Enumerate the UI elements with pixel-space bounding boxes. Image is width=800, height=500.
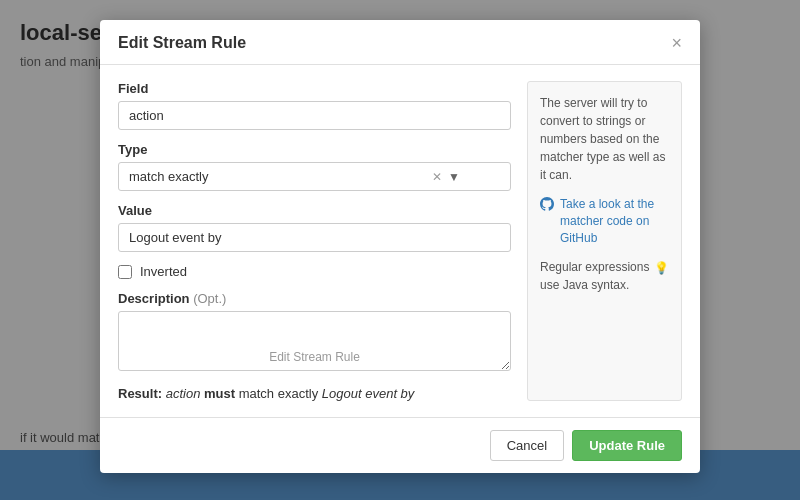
description-textarea[interactable] [118, 311, 511, 371]
modal-header: Edit Stream Rule × [100, 20, 700, 65]
inverted-group: Inverted [118, 264, 511, 279]
github-link-text: Take a look at the matcher code on GitHu… [560, 196, 669, 246]
modal-close-button[interactable]: × [671, 34, 682, 52]
cancel-button[interactable]: Cancel [490, 430, 564, 461]
form-section: Field Type match exactly ✕ ▼ Value [118, 81, 511, 401]
field-group: Field [118, 81, 511, 130]
value-group: Value [118, 203, 511, 252]
result-must: must [204, 386, 235, 401]
github-link[interactable]: Take a look at the matcher code on GitHu… [540, 196, 669, 246]
result-field: action [166, 386, 201, 401]
result-type: match exactly [239, 386, 318, 401]
inverted-checkbox[interactable] [118, 265, 132, 279]
info-description: The server will try to convert to string… [540, 94, 669, 184]
type-group: Type match exactly ✕ ▼ [118, 142, 511, 191]
inverted-label[interactable]: Inverted [140, 264, 187, 279]
update-rule-button[interactable]: Update Rule [572, 430, 682, 461]
modal-body: Field Type match exactly ✕ ▼ Value [100, 65, 700, 417]
info-panel: The server will try to convert to string… [527, 81, 682, 401]
type-select[interactable]: match exactly ✕ ▼ [118, 162, 511, 191]
field-input[interactable] [118, 101, 511, 130]
description-group: Description (Opt.) Edit Stream Rule [118, 291, 511, 374]
type-label: Type [118, 142, 511, 157]
github-icon [540, 197, 554, 216]
edit-stream-rule-modal: Edit Stream Rule × Field Type match exac… [100, 20, 700, 473]
regex-text: Regular expressions use Java syntax. [540, 258, 650, 294]
type-select-value: match exactly [129, 169, 208, 184]
value-label: Value [118, 203, 511, 218]
lightbulb-icon: 💡 [654, 259, 669, 277]
field-label: Field [118, 81, 511, 96]
modal-footer: Cancel Update Rule [100, 417, 700, 473]
type-select-wrapper: match exactly ✕ ▼ [118, 162, 511, 191]
description-textarea-wrapper: Edit Stream Rule [118, 311, 511, 374]
result-text: Result: action must match exactly Logout… [118, 386, 511, 401]
type-clear-icon[interactable]: ✕ [432, 170, 442, 184]
modal-title: Edit Stream Rule [118, 34, 246, 52]
regex-info: Regular expressions use Java syntax. 💡 [540, 258, 669, 294]
result-value: Logout event by [322, 386, 415, 401]
value-input[interactable] [118, 223, 511, 252]
type-dropdown-icon[interactable]: ▼ [448, 170, 460, 184]
description-label: Description (Opt.) [118, 291, 511, 306]
result-label: Result: [118, 386, 162, 401]
